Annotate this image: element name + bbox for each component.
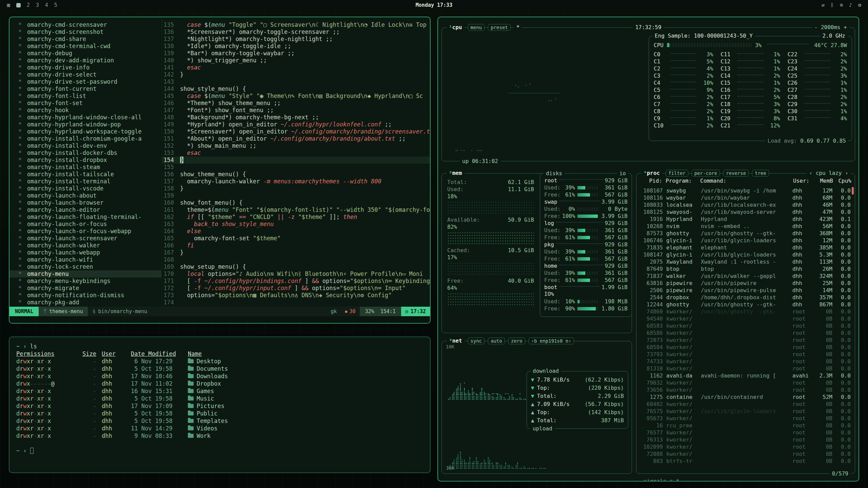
net-interface[interactable]: ‹b enp191s0 n› <box>529 338 574 344</box>
file-item[interactable]: *omarchy-dev-add-migration <box>9 57 161 64</box>
process-row[interactable]: 76575kworker//usr/lib/glycin-loadersroot… <box>637 408 854 415</box>
net-button-auto[interactable]: auto <box>488 338 505 344</box>
workspace-3[interactable]: 3 <box>36 2 39 8</box>
git-branch[interactable]: ᛘthemes-menu <box>39 307 87 316</box>
process-row[interactable]: 74869kworker//usr/bin/ghostty --gtk-root… <box>637 308 854 315</box>
proc-col-1[interactable]: Program: <box>666 178 697 185</box>
file-item[interactable]: *omarchy-launch-or-focus-webapp <box>9 228 161 235</box>
file-item[interactable]: *omarchy-cmd-screensaver <box>9 21 161 28</box>
process-row[interactable]: 2506pipewire/usr/bin/pipewire-pulsedhh14… <box>637 287 854 294</box>
dir-name[interactable]: Dropbox <box>188 380 423 387</box>
terminal-window[interactable]: ~ › ls PermissionsSizeUserDate ModifiedN… <box>9 337 431 473</box>
process-row[interactable]: 108033localsea/usr/lib/localsearch-exdhh… <box>637 201 854 208</box>
process-row[interactable]: 108147glycin-i/usr/lib/glycin-loadersdhh… <box>637 251 854 258</box>
net-button-sync[interactable]: sync <box>468 338 485 344</box>
process-row[interactable]: 72088kworker/root0B0.0 <box>637 450 854 458</box>
scrollbar-thumb[interactable] <box>852 187 854 195</box>
code-lines[interactable]: 135 case $(menu "Toggle" "▢ Screensaver\… <box>162 17 430 307</box>
net-button-zero[interactable]: zero <box>508 338 525 344</box>
file-item[interactable]: *omarchy-install-terminal <box>9 178 161 185</box>
file-item[interactable]: *omarchy-install-docker-dbs <box>9 149 161 157</box>
disks-title[interactable]: disks <box>544 170 565 177</box>
file-item[interactable]: *omarchy-launch-or-focus <box>9 221 161 228</box>
workspace-2[interactable]: 2 <box>27 2 30 8</box>
proc-button-per-core[interactable]: per-core <box>692 170 720 177</box>
file-item[interactable]: *omarchy-launch-webapp <box>9 249 161 256</box>
command-line[interactable] <box>9 316 430 323</box>
process-row[interactable]: 81310kworker/root0B0.0 <box>637 365 854 372</box>
process-row[interactable]: 76313kworker/root0B0.0 <box>637 436 854 443</box>
process-row[interactable]: 803btrfs-trroot0B0.0 <box>637 458 854 465</box>
workspace-4[interactable]: 4 <box>45 2 48 8</box>
file-item[interactable]: *omarchy-install-steam <box>9 164 161 171</box>
workspace-5[interactable]: 5 <box>54 2 57 8</box>
bluetooth-icon[interactable]: ᛒ <box>831 2 834 8</box>
launcher-icon[interactable]: ⊞ <box>7 2 10 8</box>
process-row[interactable]: 71837walker/usr/bin/walker --gappldhh324… <box>637 272 854 280</box>
file-item[interactable]: *omarchy-hook <box>9 107 161 114</box>
volume-icon[interactable]: ♪ <box>849 2 852 8</box>
update-interval[interactable]: - 2000ms + <box>812 24 849 31</box>
process-row[interactable]: 10268nvimnvim --embed ..dhh56M0.0 <box>637 223 854 230</box>
process-row[interactable]: 87573ghostty/usr/bin/ghostty --gtk-dhh36… <box>637 230 854 237</box>
dir-name[interactable]: Public <box>188 410 423 417</box>
proc-button-filter[interactable]: filter <box>666 170 688 177</box>
process-row[interactable]: 73656kworker/root0B0.0 <box>637 386 854 393</box>
file-item[interactable]: *omarchy-drive-set-password <box>9 78 161 85</box>
process-row[interactable]: 87649btopbtopdhh26M0.0 <box>637 265 854 272</box>
file-item[interactable]: *omarchy-font-list <box>9 93 161 100</box>
mem-title[interactable]: ²mem <box>447 169 465 177</box>
dir-name[interactable]: Documents <box>188 365 423 372</box>
process-row[interactable]: 76577kworker/root0B0.0 <box>637 429 854 436</box>
process-row[interactable]: 74733kworker/root0B0.0 <box>637 358 854 365</box>
process-row[interactable]: 1275containe/usr/bin/containerdroot52M0.… <box>637 393 854 401</box>
file-item[interactable]: *omarchy-install-chromium-google-a <box>9 135 161 142</box>
proc-col-4[interactable]: MemB <box>814 178 833 185</box>
process-row[interactable]: 63816pipewire/usr/bin/pipewiredhh25M0.0 <box>637 280 854 287</box>
process-row[interactable]: 1916HyprlandHyprlanddhh423M0.1 <box>637 216 854 223</box>
file-item[interactable]: *omarchy-launch-browser <box>9 199 161 206</box>
file-item[interactable]: *omarchy-launch-about <box>9 192 161 199</box>
dir-name[interactable]: Templates <box>188 417 423 425</box>
file-item[interactable]: *omarchy-launch-wifi <box>9 256 161 263</box>
cpu-button-menu[interactable]: menu <box>468 24 485 31</box>
settings-icon[interactable]: ⚙ <box>858 2 861 8</box>
process-row[interactable]: 68586kworker/root0B0.0 <box>637 329 854 337</box>
file-item[interactable]: *omarchy-debug <box>9 50 161 57</box>
file-item[interactable]: *omarchy-menu <box>9 270 161 278</box>
process-row[interactable]: 2544dropbox/home/dhh/.dropbox-distdhh357… <box>637 294 854 301</box>
file-item[interactable]: *omarchy-cmd-share <box>9 36 161 43</box>
net-title[interactable]: ³net <box>447 337 465 345</box>
process-row[interactable]: 71835elephantelephantdhh385M0.0 <box>637 244 854 251</box>
process-row[interactable]: 106746glycin-i/usr/lib/glycin-loadersdhh… <box>637 237 854 244</box>
file-item[interactable]: *omarchy-cmd-terminal-cwd <box>9 43 161 50</box>
proc-col-2[interactable]: Command: <box>700 178 790 185</box>
file-item[interactable]: *omarchy-drive-select <box>9 71 161 78</box>
file-item[interactable]: *omarchy-install-tailscale <box>9 171 161 178</box>
file-item[interactable]: *omarchy-migrate <box>9 285 161 292</box>
file-item[interactable]: *omarchy-install-vscode <box>9 185 161 192</box>
file-item[interactable]: *omarchy-install-dropbox <box>9 157 161 164</box>
workspace-1-active-indicator[interactable] <box>16 3 21 7</box>
dir-name[interactable]: Videos <box>188 425 423 432</box>
dir-name[interactable]: Games <box>188 387 423 395</box>
file-item[interactable]: *omarchy-pkg-add <box>9 299 161 306</box>
file-item[interactable]: *omarchy-cmd-screenshot <box>9 28 161 36</box>
file-item[interactable]: *omarchy-font-current <box>9 85 161 93</box>
proc-button-reverse[interactable]: reverse <box>723 170 749 177</box>
process-row[interactable]: 72073kworker/root0B0.0 <box>637 337 854 344</box>
file-item[interactable]: *omarchy-menu-keybindings <box>9 278 161 285</box>
proc-sort-selector[interactable]: ‹ cpu lazy › <box>807 169 851 177</box>
process-row[interactable]: 68583kworker/root0B0.0 <box>637 322 854 329</box>
io-title[interactable]: io <box>617 170 628 177</box>
process-row[interactable]: 73793kworker/root0B0.0 <box>637 351 854 358</box>
dir-name[interactable]: Pictures <box>188 402 423 410</box>
file-item[interactable]: *omarchy-launch-floating-terminal- <box>9 214 161 221</box>
dir-name[interactable]: Music <box>188 395 423 402</box>
dir-name[interactable]: Desktop <box>188 358 423 365</box>
network-icon[interactable]: ≋ <box>840 2 843 8</box>
proc-col-0[interactable]: Pid: <box>640 178 662 185</box>
process-row[interactable]: 16rcu_preeroot0B0.0 <box>637 422 854 429</box>
dir-name[interactable]: Work <box>188 432 423 440</box>
process-row[interactable]: 94540kworker/root0B0.0 <box>637 315 854 322</box>
